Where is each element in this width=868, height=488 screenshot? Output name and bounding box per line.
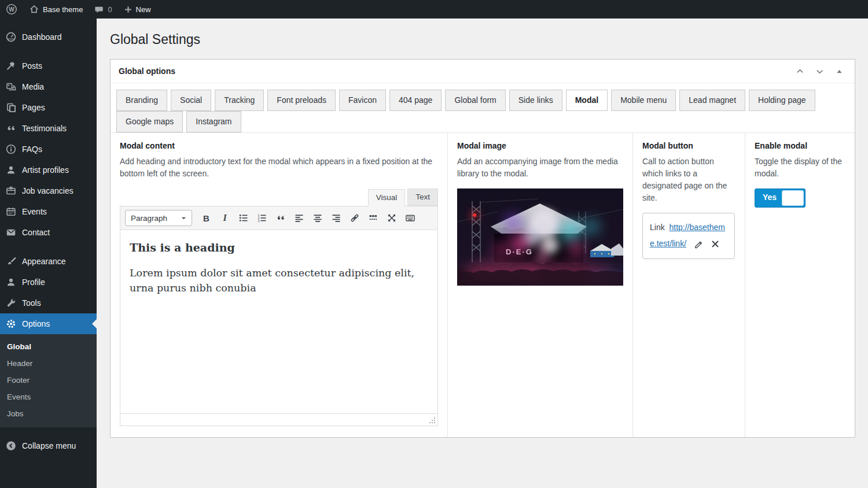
tab-lead-magnet[interactable]: Lead magnet	[679, 90, 745, 111]
enable-modal-toggle[interactable]: Yes	[755, 188, 806, 208]
options-submenu: Global Header Footer Events Jobs	[0, 334, 97, 427]
sidebar-item-faqs[interactable]: FAQs	[0, 139, 97, 160]
align-right-button[interactable]	[327, 210, 345, 226]
submenu-item-jobs[interactable]: Jobs	[0, 405, 97, 422]
sidebar-item-media[interactable]: Media	[0, 76, 97, 97]
sidebar-item-artist-profiles[interactable]: Artist profiles	[0, 160, 97, 180]
tab-social[interactable]: Social	[171, 90, 211, 111]
comments-button[interactable]: 0	[89, 0, 117, 19]
link-icon	[350, 213, 360, 223]
field-description: Toggle the display of the modal.	[755, 156, 845, 180]
bold-button[interactable]: B	[197, 210, 215, 226]
sidebar-item-posts[interactable]: Posts	[0, 56, 97, 76]
tab-google-maps[interactable]: Google maps	[116, 111, 183, 132]
tab-holding-page[interactable]: Holding page	[749, 90, 815, 111]
collapse-panel-button[interactable]	[829, 62, 849, 80]
submenu-item-header[interactable]: Header	[0, 355, 97, 372]
sidebar-item-events[interactable]: Events	[0, 201, 97, 222]
sidebar-item-dashboard[interactable]: Dashboard	[0, 27, 97, 47]
toolbar-toggle-button[interactable]	[401, 210, 419, 226]
admin-bar: W Base theme 0 New	[0, 0, 868, 19]
pages-icon	[5, 102, 17, 113]
calendar-icon	[5, 206, 17, 217]
field-heading: Enable modal	[755, 141, 845, 150]
modal-image-field: Modal image Add an accompanying image fr…	[447, 133, 632, 437]
text-tab[interactable]: Text	[407, 188, 438, 206]
wordpress-menu-button[interactable]: W	[0, 0, 23, 19]
tab-mobile-menu[interactable]: Mobile menu	[611, 90, 676, 111]
tab-modal[interactable]: Modal	[566, 90, 608, 111]
sidebar-item-label: Options	[22, 319, 50, 328]
modal-settings-columns: Modal content Add heading and introducto…	[111, 132, 855, 437]
edit-link-button[interactable]	[694, 239, 704, 249]
tab-favicon[interactable]: Favicon	[339, 90, 386, 111]
field-heading: Modal content	[120, 141, 438, 150]
sidebar-item-label: Media	[22, 82, 44, 91]
sidebar-item-label: Job vacancies	[22, 186, 73, 195]
sidebar-item-options[interactable]: Options	[0, 313, 97, 334]
id-card-icon	[5, 185, 17, 197]
sidebar-item-contact[interactable]: Contact	[0, 222, 97, 243]
paragraph-format-select[interactable]: Paragraph	[125, 210, 192, 226]
collapse-menu-button[interactable]: Collapse menu	[0, 435, 97, 456]
tab-branding[interactable]: Branding	[116, 90, 167, 111]
toggle-knob	[782, 190, 804, 206]
bullet-list-icon	[238, 213, 249, 223]
fullscreen-icon	[387, 213, 397, 223]
quote-icon	[5, 123, 17, 134]
sidebar-item-tools[interactable]: Tools	[0, 293, 97, 313]
editor-content-area[interactable]: This is a heading Lorem ipsum dolor sit …	[120, 230, 437, 413]
tab-global-form[interactable]: Global form	[445, 90, 505, 111]
field-description: Add heading and introductory text for th…	[120, 156, 438, 180]
sidebar-item-label: Dashboard	[22, 32, 62, 42]
global-options-metabox: Global options Branding Social Tracking …	[110, 59, 855, 438]
close-icon	[711, 240, 719, 248]
keyboard-icon	[405, 213, 415, 223]
submenu-item-events[interactable]: Events	[0, 389, 97, 405]
toggle-value-label: Yes	[763, 193, 777, 202]
new-content-button[interactable]: New	[118, 0, 157, 19]
sidebar-item-label: Artist profiles	[22, 165, 69, 175]
collapse-arrow-icon	[5, 440, 17, 452]
resize-grip-handle[interactable]	[429, 417, 436, 424]
visual-tab[interactable]: Visual	[368, 189, 406, 206]
bullet-list-button[interactable]	[234, 210, 252, 226]
numbered-list-button[interactable]: 123	[253, 210, 271, 226]
enable-modal-field: Enable modal Toggle the display of the m…	[745, 133, 855, 437]
admin-sidebar: Dashboard Posts Media Pages Testimonials…	[0, 19, 97, 488]
tab-font-preloads[interactable]: Font preloads	[267, 90, 336, 111]
align-center-button[interactable]	[308, 210, 326, 226]
link-button[interactable]	[345, 210, 363, 226]
editor-body-text: Lorem ipsum dolor sit amet consectetur a…	[130, 265, 419, 296]
tab-404-page[interactable]: 404 page	[389, 90, 442, 111]
tab-instagram[interactable]: Instagram	[186, 111, 241, 132]
italic-button[interactable]: I	[216, 210, 234, 226]
move-down-button[interactable]	[810, 62, 829, 80]
blockquote-button[interactable]	[271, 210, 289, 226]
sidebar-item-testimonials[interactable]: Testimonials	[0, 118, 97, 139]
festival-photo-image[interactable]: D·E·G	[457, 188, 623, 286]
tab-side-links[interactable]: Side links	[509, 90, 562, 111]
align-left-button[interactable]	[290, 210, 308, 226]
read-more-button[interactable]	[364, 210, 382, 226]
sidebar-item-pages[interactable]: Pages	[0, 97, 97, 118]
link-label: Link	[650, 223, 665, 232]
fullscreen-button[interactable]	[382, 210, 400, 226]
person-icon	[5, 164, 17, 176]
sidebar-item-profile[interactable]: Profile	[0, 272, 97, 293]
format-select-value: Paragraph	[131, 214, 167, 223]
site-name-link[interactable]: Base theme	[23, 0, 89, 19]
remove-link-button[interactable]	[711, 240, 719, 248]
sidebar-item-label: Pages	[22, 103, 45, 112]
sidebar-item-appearance[interactable]: Appearance	[0, 251, 97, 272]
options-tab-bar: Branding Social Tracking Font preloads F…	[111, 83, 855, 132]
home-icon	[29, 4, 39, 14]
move-up-button[interactable]	[790, 62, 810, 80]
submenu-item-footer[interactable]: Footer	[0, 372, 97, 389]
submenu-item-global[interactable]: Global	[0, 338, 97, 355]
tab-tracking[interactable]: Tracking	[215, 90, 264, 111]
sidebar-item-job-vacancies[interactable]: Job vacancies	[0, 180, 97, 201]
chevron-up-icon	[796, 67, 804, 76]
wysiwyg-editor: Paragraph B I 123	[120, 206, 438, 426]
editor-heading-text: This is a heading	[130, 241, 428, 254]
